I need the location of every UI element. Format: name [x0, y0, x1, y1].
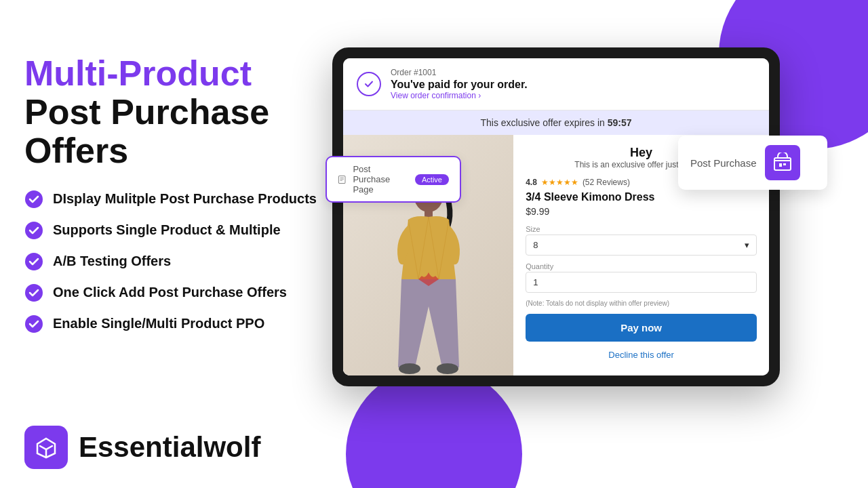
- reviews-count: (52 Reviews): [583, 178, 630, 187]
- pay-now-button[interactable]: Pay now: [526, 314, 757, 342]
- svg-point-15: [437, 363, 458, 374]
- feature-item-5: Enable Single/Multi Product PPO: [24, 314, 336, 333]
- feature-item-4: One Click Add Post Purchase Offers: [24, 283, 336, 302]
- headline-line1: Multi-Product: [24, 54, 252, 93]
- left-panel: Multi-Product Post Purchase Offers DIspl…: [24, 54, 336, 333]
- quantity-input[interactable]: 1: [526, 272, 757, 293]
- headline-line3: Offers: [24, 131, 128, 170]
- device-container: Post Purchase Page Active Post Purchase: [332, 47, 807, 386]
- check-icon-4: [24, 283, 43, 302]
- timer-label: This exclusive offer expires in: [480, 117, 604, 128]
- floating-card-right: Post Purchase: [678, 136, 827, 190]
- brand-icon: [33, 434, 59, 460]
- svg-point-1: [25, 222, 43, 239]
- quantity-label: Quantity: [526, 262, 757, 270]
- svg-rect-11: [783, 163, 786, 165]
- quantity-value: 1: [533, 277, 538, 287]
- brand-name: Essentialwolf: [79, 431, 260, 464]
- svg-rect-5: [338, 176, 345, 183]
- check-icon-5: [24, 314, 43, 333]
- decline-offer-link[interactable]: Decline this offer: [526, 347, 757, 363]
- svg-point-3: [25, 284, 43, 302]
- stars: ★★★★★: [541, 178, 578, 187]
- product-name: 3/4 Sleeve Kimono Dress: [526, 191, 757, 203]
- size-field: Size 8 ▾: [526, 225, 757, 256]
- check-icon-2: [24, 221, 43, 240]
- store-icon: [772, 152, 793, 173]
- tablet-frame: Order #1001 You've paid for your order. …: [332, 47, 780, 386]
- feature-item-2: Supports Single Product & Multiple: [24, 221, 336, 240]
- main-headline: Multi-Product Post Purchase Offers: [24, 54, 336, 171]
- quantity-field: Quantity 1: [526, 262, 757, 293]
- checkmark-icon: [363, 78, 375, 90]
- order-link[interactable]: View order confirmation ›: [391, 91, 528, 100]
- svg-rect-10: [779, 163, 782, 167]
- product-price: $9.99: [526, 206, 757, 217]
- feature-list: DIsplay Mulitple Post Purchase Products …: [24, 190, 336, 333]
- floating-card-left: Post Purchase Page Active: [326, 156, 461, 203]
- feature-item-3: A/B Testing Offers: [24, 252, 336, 271]
- timer-value: 59:57: [608, 117, 632, 128]
- feature-item-1: DIsplay Mulitple Post Purchase Products: [24, 190, 336, 209]
- timer-banner: This exclusive offer expires in 59:57: [343, 110, 769, 135]
- order-check-circle: [357, 72, 381, 96]
- active-badge: Active: [415, 174, 449, 185]
- size-value: 8: [533, 240, 538, 250]
- order-header: Order #1001 You've paid for your order. …: [343, 58, 769, 110]
- page-icon: [338, 174, 346, 186]
- svg-rect-9: [774, 158, 791, 170]
- order-number: Order #1001: [391, 68, 528, 77]
- post-purchase-icon-large: [765, 145, 800, 180]
- floating-card-left-label: Post Purchase Page: [353, 164, 408, 195]
- rating-score: 4.8: [526, 178, 537, 187]
- brand-bar: Essentialwolf: [24, 426, 260, 469]
- check-icon-1: [24, 190, 43, 209]
- svg-point-2: [25, 253, 43, 270]
- dropdown-arrow: ▾: [745, 240, 749, 250]
- svg-point-4: [25, 315, 43, 333]
- size-label: Size: [526, 225, 757, 233]
- svg-point-14: [399, 363, 420, 374]
- order-title: You've paid for your order.: [391, 79, 528, 91]
- tablet-screen: Order #1001 You've paid for your order. …: [343, 58, 769, 375]
- brand-logo: [24, 426, 68, 469]
- headline-line2: Post Purchase: [24, 92, 269, 131]
- floating-card-right-label: Post Purchase: [690, 157, 757, 169]
- note-text: (Note: Totals do not display within offe…: [526, 300, 757, 307]
- svg-point-0: [25, 190, 43, 208]
- order-info: Order #1001 You've paid for your order. …: [391, 68, 528, 100]
- size-input[interactable]: 8 ▾: [526, 235, 757, 256]
- check-icon-3: [24, 252, 43, 271]
